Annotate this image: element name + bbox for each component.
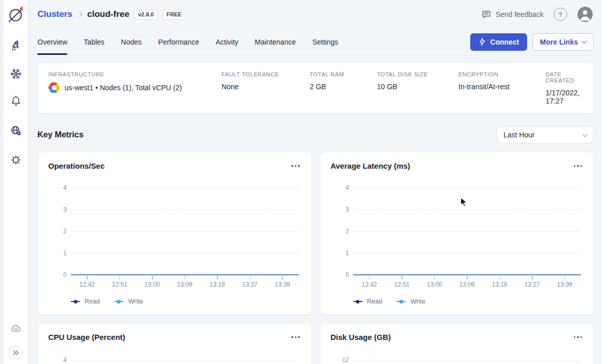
- legend-write[interactable]: Write: [396, 298, 425, 305]
- info-date-created: DATE CREATED 1/17/2022, 17:27: [546, 71, 583, 105]
- brand-logo-planet-rocket-icon[interactable]: [7, 5, 25, 24]
- chart-menu-ellipsis-icon[interactable]: [290, 334, 301, 340]
- tab-performance[interactable]: Performance: [158, 29, 199, 55]
- info-total-ram: TOTAL RAM 2 GB: [310, 71, 377, 105]
- sidebar: [3, 0, 29, 364]
- main-area: Clusters cloud-free v2.8.0 FREE Send fee…: [29, 0, 602, 364]
- breadcrumb-cluster-name: cloud-free: [87, 9, 129, 19]
- breadcrumb-chevron-icon: [77, 12, 83, 17]
- read-series-marker-icon: [71, 299, 80, 304]
- more-links-button[interactable]: More Links: [532, 33, 594, 51]
- header-actions: Send feedback ?: [481, 7, 593, 22]
- chart-title: CPU Usage (Percent): [48, 333, 125, 341]
- x-axis-ticks: [353, 276, 581, 279]
- time-range-select[interactable]: Last Hour: [496, 126, 594, 144]
- sidebar-item-network-cluster-icon[interactable]: [9, 67, 23, 80]
- chart-menu-ellipsis-icon[interactable]: [290, 163, 301, 169]
- tab-actions: Connect More Links: [470, 29, 594, 55]
- expand-sidebar-button[interactable]: [9, 347, 23, 359]
- app-window: Clusters cloud-free v2.8.0 FREE Send fee…: [0, 0, 602, 364]
- chart-title: Operations/Sec: [48, 161, 105, 170]
- chart-title: Disk Usage (GB): [331, 333, 391, 341]
- chart-card-cpu-usage: CPU Usage (Percent) 4: [37, 323, 312, 364]
- info-fault-tolerance: FAULT TOLERANCE None: [222, 71, 310, 105]
- sidebar-item-settings-gear-icon[interactable]: [9, 153, 23, 167]
- connect-button[interactable]: Connect: [470, 33, 527, 51]
- key-metrics-row: Key Metrics Last Hour: [29, 114, 602, 144]
- sidebar-item-alerts-bell-icon[interactable]: [9, 94, 23, 108]
- tab-tables[interactable]: Tables: [84, 29, 104, 55]
- tab-activity[interactable]: Activity: [215, 29, 238, 55]
- info-infrastructure: INFRASTRUCTURE us-west1 • Nodes (1), Tot…: [48, 71, 222, 105]
- chevron-down-icon: [582, 38, 587, 44]
- chart-card-disk-usage: Disk Usage (GB) 12: [320, 323, 594, 364]
- legend-write[interactable]: Write: [114, 298, 143, 305]
- cluster-tabbar: Overview Tables Nodes Performance Activi…: [29, 29, 602, 55]
- chart-legend: Read Write: [353, 298, 426, 305]
- sidebar-item-regions-globe-settings-icon[interactable]: [9, 124, 23, 137]
- gcp-logo-icon: [48, 83, 60, 93]
- breadcrumb-clusters-link[interactable]: Clusters: [37, 9, 72, 19]
- chart-plot: 4 3 2 1 0 12:4212:5113:0013:0913:1813:27…: [48, 184, 299, 314]
- sidebar-item-clusters-rocket-icon[interactable]: [9, 38, 23, 52]
- tab-maintenance[interactable]: Maintenance: [255, 29, 296, 55]
- chart-plot: 4 3 2 1 0 12:4212:5113:0013:0913:1813:27…: [331, 184, 581, 314]
- x-axis-labels: 12:4212:5113:0013:0913:1813:2713:39: [353, 281, 581, 288]
- x-axis-ticks: [71, 276, 299, 279]
- help-icon[interactable]: ?: [554, 8, 567, 21]
- chart-menu-ellipsis-icon[interactable]: [573, 334, 584, 340]
- write-series-marker-icon: [396, 299, 406, 304]
- chart-card-operations-per-sec: Operations/Sec 4 3 2 1 0 12:4212:5113:00…: [37, 152, 312, 315]
- chart-plot: 4: [48, 355, 299, 364]
- key-metrics-title: Key Metrics: [37, 130, 84, 139]
- chart-title: Average Latency (ms): [331, 161, 410, 170]
- chevron-down-icon: [583, 132, 588, 137]
- charts-grid: Operations/Sec 4 3 2 1 0 12:4212:5113:00…: [29, 144, 602, 364]
- feedback-speech-bubble-icon: [481, 9, 492, 20]
- chart-card-average-latency: Average Latency (ms) 4 3 2 1 0 12:4212:5…: [320, 152, 594, 315]
- info-total-disk-size: TOTAL DISK SIZE 10 GB: [377, 71, 458, 105]
- chart-menu-ellipsis-icon[interactable]: [573, 163, 584, 169]
- read-series-marker-icon: [353, 299, 363, 304]
- legend-read[interactable]: Read: [71, 298, 100, 305]
- lightning-bolt-icon: [478, 37, 486, 46]
- tab-settings[interactable]: Settings: [312, 29, 338, 55]
- chart-plot: 12: [331, 355, 581, 364]
- legend-read[interactable]: Read: [353, 298, 383, 305]
- tabs: Overview Tables Nodes Performance Activi…: [37, 29, 338, 55]
- write-series-marker-icon: [114, 299, 124, 304]
- version-badge: v2.8.0: [134, 10, 158, 19]
- send-feedback-label: Send feedback: [496, 10, 544, 18]
- tab-overview[interactable]: Overview: [37, 29, 67, 55]
- page-header: Clusters cloud-free v2.8.0 FREE Send fee…: [29, 0, 602, 29]
- x-axis-labels: 12:4212:5113:0013:0913:1813:2713:39: [71, 281, 299, 288]
- chart-legend: Read Write: [71, 298, 143, 305]
- send-feedback-button[interactable]: Send feedback: [481, 9, 544, 20]
- tab-nodes[interactable]: Nodes: [121, 29, 142, 55]
- plan-badge: FREE: [163, 10, 186, 19]
- cloud-status-icon[interactable]: [9, 321, 23, 336]
- user-avatar[interactable]: [577, 7, 593, 22]
- info-encryption: ENCRYPTION In-transit/At-rest: [458, 71, 546, 105]
- cluster-info-card: INFRASTRUCTURE us-west1 • Nodes (1), Tot…: [37, 63, 594, 114]
